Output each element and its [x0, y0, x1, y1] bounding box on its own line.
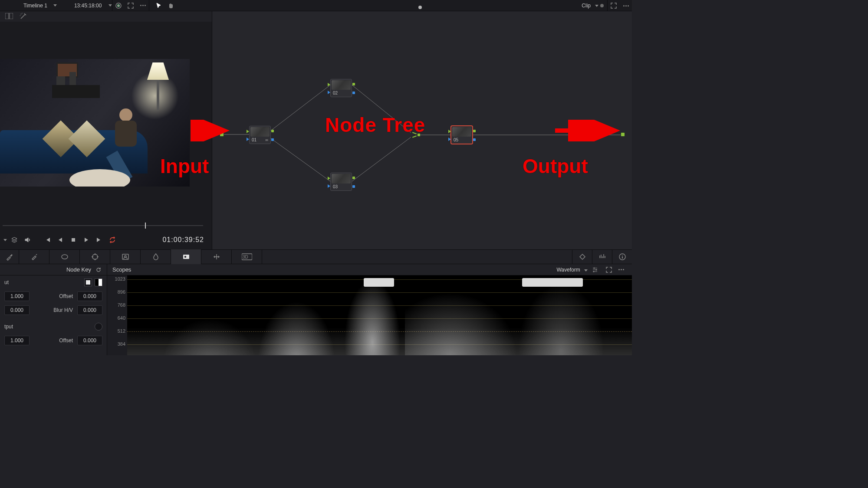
- tracking-button[interactable]: [80, 249, 110, 264]
- scope-expand-button[interactable]: [602, 264, 615, 275]
- loop-icon: [109, 236, 116, 243]
- graph-input-node[interactable]: [220, 132, 224, 137]
- mute-button[interactable]: [21, 230, 34, 249]
- stop-button[interactable]: [67, 230, 80, 249]
- blur-button[interactable]: [141, 249, 171, 264]
- node-input-alpha[interactable]: [328, 184, 330, 188]
- node-input-rgb[interactable]: [328, 177, 330, 180]
- hand-icon: [168, 2, 174, 9]
- key-output-section-label: tput: [4, 324, 13, 330]
- svg-point-23: [594, 267, 595, 269]
- play-button[interactable]: [80, 230, 93, 249]
- diamond-icon: [579, 253, 586, 261]
- reset-icon: [95, 267, 102, 273]
- node-thumbnail: [452, 127, 471, 137]
- palette-toolstrip: 3D: [0, 249, 632, 264]
- reset-button[interactable]: [95, 266, 102, 274]
- graph-output-node[interactable]: [621, 132, 625, 137]
- node-number: 05: [454, 138, 458, 142]
- magic-mask-palette-button[interactable]: [110, 249, 141, 264]
- reverse-play-button[interactable]: [54, 230, 67, 249]
- output-offset-field[interactable]: 0.000: [77, 336, 102, 345]
- invert-toggle[interactable]: [95, 278, 102, 286]
- node-input-alpha[interactable]: [328, 91, 330, 94]
- playhead[interactable]: [145, 223, 146, 229]
- pointer-tool-button[interactable]: [153, 0, 165, 11]
- image-wipe-button[interactable]: [5, 13, 13, 20]
- node-graph-panel[interactable]: 01 ııı 02 03 05 Node Tree Input Output: [212, 11, 632, 249]
- color-node-01[interactable]: 01 ııı: [249, 126, 271, 144]
- color-node-02[interactable]: 02: [330, 79, 352, 97]
- svg-line-6: [271, 85, 330, 131]
- info-button[interactable]: [612, 249, 632, 264]
- unmix-button[interactable]: [8, 230, 21, 249]
- hand-tool-button[interactable]: [165, 0, 177, 11]
- node-output-rgb[interactable]: [473, 130, 476, 132]
- expand-icon: [127, 2, 134, 9]
- play-reverse-icon: [57, 236, 64, 243]
- scrubber[interactable]: [0, 223, 212, 229]
- blur-left-field[interactable]: 0.000: [4, 305, 30, 315]
- node-input-rgb[interactable]: [448, 130, 451, 133]
- nodegraph-options-button[interactable]: [620, 0, 632, 11]
- node-number: 02: [333, 91, 338, 95]
- video-preview[interactable]: [0, 59, 190, 187]
- node-output-alpha[interactable]: [473, 138, 476, 141]
- scope-options-button[interactable]: [615, 264, 627, 275]
- curves-picker-button[interactable]: [0, 249, 19, 264]
- color-node-05[interactable]: 05: [451, 126, 473, 144]
- go-to-end-button[interactable]: [93, 230, 106, 249]
- nodegraph-mode-label[interactable]: Clip: [577, 3, 592, 9]
- stereo-3d-button[interactable]: 3D: [232, 249, 262, 264]
- output-gain-field[interactable]: 1.000: [4, 336, 30, 345]
- keyframe-mode-button[interactable]: [572, 249, 592, 264]
- scopes-toggle-button[interactable]: [592, 249, 612, 264]
- parallel-mixer-node[interactable]: [410, 128, 418, 141]
- annotation-arrow-output: [555, 120, 620, 141]
- svg-point-19: [184, 255, 187, 258]
- node-input-rgb[interactable]: [328, 83, 330, 86]
- sizing-button[interactable]: [201, 249, 232, 264]
- node-input-alpha[interactable]: [448, 138, 451, 141]
- chevron-down-icon: [108, 4, 112, 7]
- expand-nodegraph-button[interactable]: [608, 0, 620, 11]
- transport-timecode[interactable]: 01:00:39:52: [162, 236, 204, 244]
- scope-mode-selector[interactable]: Waveform: [556, 267, 588, 273]
- node-output-rgb[interactable]: [352, 83, 355, 85]
- scopes-panel: Scopes Waveform 1023 896 768 640 512 384: [107, 264, 632, 355]
- viewer-panel: 01:00:39:52: [0, 22, 212, 249]
- node-input-alpha[interactable]: [247, 138, 249, 141]
- node-connections: [212, 11, 632, 249]
- annotation-output: Output: [523, 154, 588, 178]
- node-output-alpha[interactable]: [271, 138, 274, 141]
- input-offset-field[interactable]: 0.000: [77, 291, 102, 301]
- info-icon: [618, 253, 626, 261]
- timeline-selector[interactable]: Timeline 1: [0, 0, 57, 11]
- matte-toggle[interactable]: [84, 278, 92, 286]
- node-output-rgb[interactable]: [352, 177, 355, 179]
- node-output-alpha[interactable]: [352, 185, 355, 188]
- viewer-secondary-toolbar: [0, 11, 212, 22]
- color-node-03[interactable]: 03: [330, 173, 352, 191]
- input-gain-field[interactable]: 1.000: [4, 291, 30, 301]
- expand-viewer-button[interactable]: [125, 0, 137, 11]
- node-input-rgb[interactable]: [247, 130, 249, 133]
- window-button[interactable]: [49, 249, 80, 264]
- svg-point-25: [593, 271, 595, 272]
- qualifier-picker-button[interactable]: [19, 249, 49, 264]
- output-invert-toggle[interactable]: [95, 323, 102, 331]
- node-output-rgb[interactable]: [271, 130, 274, 132]
- loop-button[interactable]: [106, 230, 119, 249]
- person-mask-icon: [122, 253, 129, 261]
- scope-settings-button[interactable]: [588, 264, 602, 275]
- bypass-color-button[interactable]: [112, 0, 125, 11]
- timecode-display-top[interactable]: 13:45:18:00: [57, 0, 112, 11]
- node-output-alpha[interactable]: [352, 92, 355, 94]
- go-to-start-button[interactable]: [41, 230, 54, 249]
- magic-mask-button[interactable]: [20, 13, 27, 21]
- dropdown-button[interactable]: [0, 230, 8, 249]
- viewer-options-button[interactable]: [137, 0, 149, 11]
- key-palette-button[interactable]: [171, 249, 201, 264]
- node-thumbnail: [332, 174, 351, 183]
- blur-right-field[interactable]: 0.000: [77, 305, 102, 315]
